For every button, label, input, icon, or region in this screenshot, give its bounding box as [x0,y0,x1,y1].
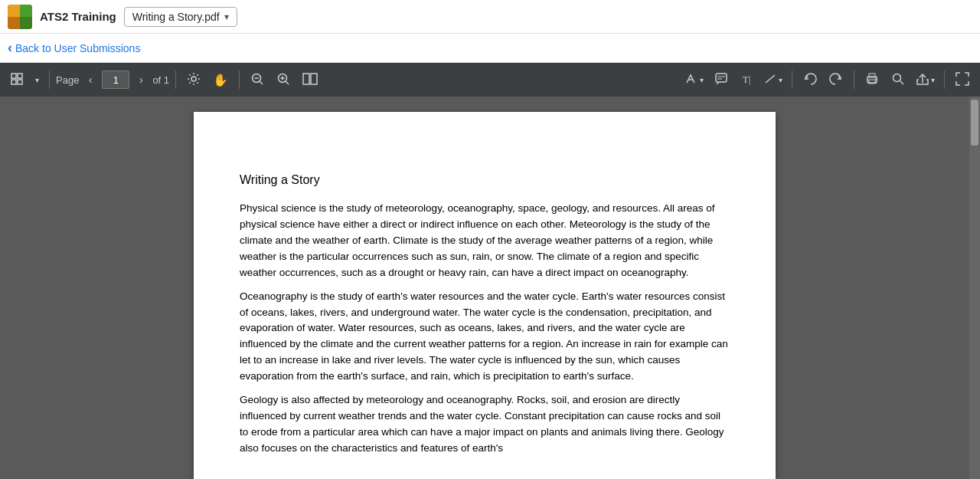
annotate-icon [684,73,698,87]
svg-rect-1 [8,5,20,17]
grid-dropdown-arrow-icon: ▾ [35,76,39,84]
redo-icon [829,72,843,88]
text-tool-icon: T| [743,74,751,86]
svg-rect-3 [8,17,20,29]
layout-icon [302,73,318,87]
svg-rect-8 [18,80,22,84]
page-label: Page [56,74,79,86]
svg-line-12 [260,81,263,84]
svg-rect-18 [311,74,317,84]
pdf-title: Writing a Story [240,173,730,187]
line-tool-button[interactable]: ▾ [760,67,786,92]
toolbar-separator-1 [49,71,50,89]
hand-tool-button[interactable]: ✋ [208,67,233,92]
svg-point-9 [191,77,196,81]
zoom-out-button[interactable] [246,67,269,92]
toolbar-separator-2 [175,71,176,89]
comment-icon [714,72,728,88]
svg-line-23 [766,75,775,83]
print-button[interactable] [861,67,884,92]
prev-page-button[interactable]: ‹ [82,67,99,92]
search-icon [891,72,905,88]
page-area: Page ‹ › of 1 [56,67,169,92]
svg-line-29 [900,80,904,84]
svg-line-16 [286,81,289,84]
app-logo [8,5,32,29]
share-button[interactable]: ▾ [913,67,938,92]
toolbar-separator-5 [854,71,854,89]
toolbar-separator-6 [944,71,945,89]
layout-button[interactable] [298,67,322,92]
app-title: ATS2 Training [40,10,116,23]
fullscreen-button[interactable] [951,67,974,92]
search-button[interactable] [887,67,910,92]
annotate-button[interactable]: ▾ [681,67,707,92]
svg-rect-4 [20,17,32,29]
fullscreen-icon [956,72,969,88]
zoom-out-icon [250,72,264,88]
page-number-input[interactable] [102,71,129,89]
comment-button[interactable] [710,67,733,92]
svg-rect-2 [20,5,32,17]
toolbar-right: ▾ T| ▾ [681,67,974,92]
svg-rect-6 [18,74,22,78]
top-bar: ATS2 Training Writing a Story.pdf ▾ [0,0,980,34]
content-area: Writing a Story Physical science is the … [0,97,980,479]
svg-rect-7 [11,80,16,84]
prev-page-icon: ‹ [89,74,93,86]
next-page-button[interactable]: › [132,67,149,92]
svg-rect-5 [11,74,16,78]
back-link-label: Back to User Submissions [15,42,140,54]
share-dropdown-icon: ▾ [931,76,935,84]
back-to-submissions-link[interactable]: ‹ Back to User Submissions [8,40,140,56]
annotate-dropdown-icon: ▾ [700,76,704,84]
scrollbar-track[interactable] [969,97,980,479]
undo-button[interactable] [799,67,822,92]
grid-dropdown-button[interactable]: ▾ [31,67,43,92]
svg-point-27 [875,78,877,80]
dropdown-chevron-icon: ▾ [224,11,229,22]
zoom-in-icon [276,72,290,88]
svg-rect-17 [303,74,309,84]
print-icon [865,72,879,88]
toolbar: ▾ Page ‹ › of 1 ✋ [0,63,980,97]
file-dropdown[interactable]: Writing a Story.pdf ▾ [124,7,237,27]
pdf-page: Writing a Story Physical science is the … [194,112,776,479]
pdf-viewport[interactable]: Writing a Story Physical science is the … [0,97,969,479]
zoom-in-button[interactable] [272,67,295,92]
back-bar: ‹ Back to User Submissions [0,34,980,63]
file-name-label: Writing a Story.pdf [132,11,220,23]
settings-button[interactable] [182,67,205,92]
svg-point-28 [893,74,901,81]
grid-view-button[interactable] [6,67,28,92]
grid-icon [11,73,23,87]
undo-icon [803,72,817,88]
pdf-paragraph-3: Geology is also affected by meteorology … [240,392,730,457]
redo-button[interactable] [825,67,848,92]
next-page-icon: › [139,74,143,86]
hand-icon: ✋ [213,73,228,87]
back-arrow-icon: ‹ [8,40,12,56]
line-tool-dropdown-icon: ▾ [779,76,782,84]
svg-rect-20 [716,74,727,82]
toolbar-separator-3 [239,71,240,89]
toolbar-separator-4 [792,71,792,89]
scrollbar-thumb[interactable] [971,100,978,146]
page-of-label: of 1 [152,74,169,86]
text-tool-button[interactable]: T| [736,67,757,92]
pdf-paragraph-1: Physical science is the study of meteoro… [240,201,730,281]
share-icon [916,72,929,88]
gear-icon [187,72,201,88]
line-tool-icon [763,73,777,87]
pdf-paragraph-2: Oceanography is the study of earth's wat… [240,289,730,385]
